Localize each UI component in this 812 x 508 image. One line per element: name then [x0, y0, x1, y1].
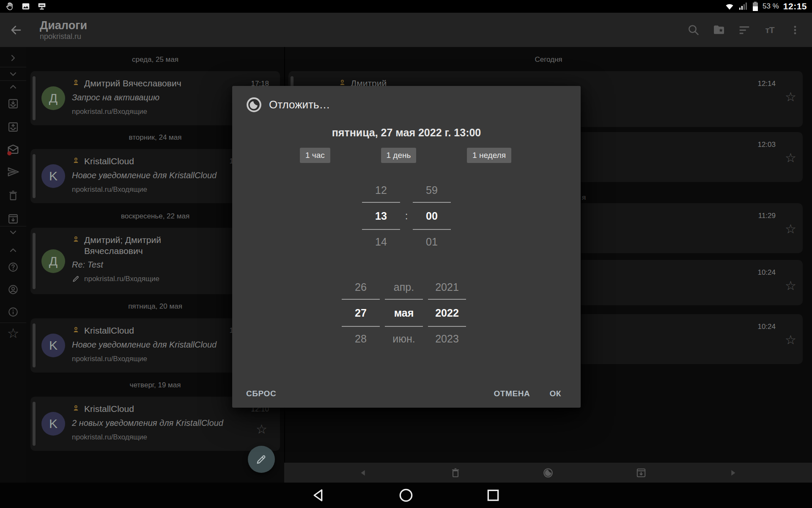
folder-star-icon[interactable] [712, 23, 726, 37]
avatar: Д [41, 86, 65, 110]
folder-label: npokristal.ru/Входящие [84, 275, 159, 283]
compose-fab[interactable] [248, 446, 275, 473]
chip-1-day[interactable]: 1 день [381, 148, 417, 163]
message-time: 11:29 [758, 212, 776, 220]
unread-mail-icon[interactable] [7, 144, 19, 156]
snooze-moon-icon [246, 97, 262, 113]
overflow-menu-icon[interactable] [788, 23, 802, 37]
nav-home-icon[interactable] [398, 487, 414, 504]
cast-screen-icon [37, 2, 47, 11]
app-toolbar: Диалоги npokristal.ru тТ [0, 13, 812, 47]
nav-back-icon[interactable] [310, 487, 327, 504]
person-icon [72, 404, 80, 412]
trash-icon[interactable] [7, 190, 19, 202]
year-selected[interactable]: 2022 [428, 299, 466, 327]
sidebar-rail: ☆ [0, 47, 26, 483]
archive-icon[interactable] [7, 213, 19, 225]
star-icon[interactable]: ☆ [785, 91, 796, 103]
day-selected[interactable]: 27 [342, 299, 380, 327]
divider [0, 67, 26, 67]
collapse-all-icon[interactable] [8, 69, 18, 79]
text-size-icon[interactable]: тТ [763, 23, 776, 37]
chip-1-hour[interactable]: 1 час [300, 148, 330, 163]
divider [0, 80, 26, 81]
star-filter-icon[interactable]: ☆ [7, 326, 19, 340]
selected-datetime: пятница, 27 мая 2022 г. 13:00 [232, 127, 581, 139]
month-prev[interactable]: апр. [385, 275, 423, 299]
star-icon[interactable]: ☆ [785, 223, 796, 235]
nav-recents-icon[interactable] [485, 487, 502, 504]
cancel-button[interactable]: ОТМЕНА [494, 389, 530, 398]
time-picker: 12 13 14 : 59 00 01 [362, 178, 451, 254]
move-to-inbox-icon[interactable] [7, 98, 19, 110]
message-time: 10:24 [757, 268, 776, 277]
hour-next[interactable]: 14 [362, 230, 400, 254]
sender-name: Дмитрий Вячеславович [84, 78, 181, 89]
star-icon[interactable]: ☆ [785, 334, 796, 346]
sender-name: KristallCloud [84, 156, 134, 167]
send-icon[interactable] [7, 166, 19, 178]
expand-panel-icon[interactable] [8, 53, 18, 63]
minute-wheel[interactable]: 59 00 01 [413, 178, 451, 254]
sort-icon[interactable] [738, 23, 751, 37]
divider [0, 323, 26, 323]
page-title: Диалоги [40, 19, 87, 32]
minute-prev[interactable]: 59 [413, 178, 451, 202]
sender-name: KristallCloud [84, 325, 134, 336]
folder-label: npokristal.ru/Входящие [72, 433, 269, 442]
battery-icon [752, 1, 758, 11]
hour-wheel[interactable]: 12 13 14 [362, 178, 400, 254]
minute-selected[interactable]: 00 [413, 202, 451, 230]
date-header: Сегодня [285, 55, 812, 64]
image-notification-icon [21, 2, 30, 11]
message-subject: 2 новых уведомления для KristallCloud [72, 418, 262, 428]
draft-pencil-icon [72, 275, 80, 283]
cell-signal-icon [739, 2, 748, 11]
message-time: 10:24 [757, 323, 776, 331]
month-selected[interactable]: мая [385, 299, 423, 327]
year-wheel[interactable]: 2021 2022 2023 [428, 275, 466, 351]
move-from-inbox-icon[interactable] [7, 121, 19, 133]
hand-gesture-icon [5, 2, 14, 11]
info-icon[interactable] [8, 306, 19, 318]
chip-1-week[interactable]: 1 неделя [467, 148, 511, 163]
sender-name: Дмитрий; Дмитрий Вячеславович [84, 235, 211, 257]
star-icon[interactable]: ☆ [785, 279, 796, 292]
clock: 12:15 [783, 1, 807, 11]
wifi-icon [724, 2, 735, 11]
trash-icon[interactable] [450, 467, 461, 478]
hour-selected[interactable]: 13 [362, 202, 400, 230]
avatar: K [41, 164, 65, 188]
month-wheel[interactable]: апр. мая июн. [385, 275, 423, 351]
collapse-section-icon[interactable] [8, 227, 18, 237]
reset-button[interactable]: СБРОС [246, 389, 276, 398]
account-stripe [33, 154, 36, 198]
archive-icon[interactable] [636, 467, 647, 478]
screen: 53 % 12:15 Диалоги npokristal.ru тТ [0, 0, 812, 508]
account-stripe [33, 76, 36, 120]
ok-button[interactable]: ОК [549, 389, 561, 398]
person-icon [72, 79, 80, 87]
day-wheel[interactable]: 26 27 28 [342, 275, 380, 351]
back-arrow-button[interactable] [0, 24, 32, 36]
minute-next[interactable]: 01 [413, 230, 451, 254]
help-icon[interactable] [8, 262, 19, 273]
snooze-dialog: Отложить… пятница, 27 мая 2022 г. 13:00 … [232, 86, 581, 408]
search-icon[interactable] [687, 23, 700, 37]
previous-message-icon[interactable] [359, 468, 368, 478]
person-icon [72, 326, 80, 334]
day-prev[interactable]: 26 [342, 275, 380, 299]
android-nav-bar [0, 483, 812, 508]
day-next[interactable]: 28 [342, 327, 380, 351]
next-message-icon[interactable] [728, 468, 738, 478]
snooze-moon-icon[interactable] [543, 467, 554, 478]
star-icon[interactable]: ☆ [785, 152, 796, 164]
expand-all-icon[interactable] [8, 82, 18, 92]
expand-section-icon[interactable] [8, 245, 18, 255]
year-prev[interactable]: 2021 [428, 275, 466, 299]
hour-prev[interactable]: 12 [362, 178, 400, 202]
month-next[interactable]: июн. [385, 327, 423, 351]
account-icon[interactable] [8, 284, 19, 295]
time-separator: : [400, 178, 413, 254]
year-next[interactable]: 2023 [428, 327, 466, 351]
